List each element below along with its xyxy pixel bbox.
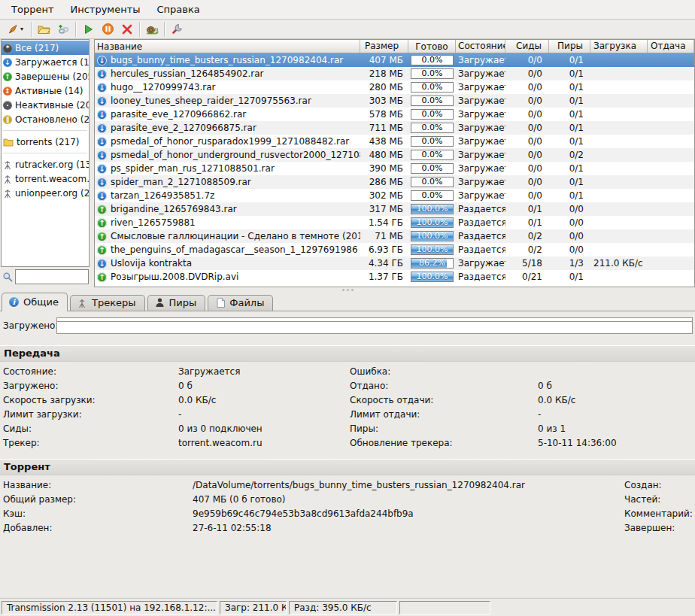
progress-bar: 0.0% [411,163,454,174]
remove-button[interactable] [117,20,137,38]
download-arrow-icon: ↓ [97,164,107,174]
torrent-state: Загружает [456,68,505,79]
detail-value: 0 из 0 подключен [178,422,350,436]
folder-icon [3,138,14,147]
torrent-name: hugo__1270999743.rar [111,82,216,93]
torrent-name-cell: ↓Uslovija kontrakta [95,258,360,269]
column-header-4[interactable]: Сиды [505,40,549,53]
sidebar-filter-5[interactable]: ∥Остановлено (27) [2,112,89,126]
torrent-state: Загружает [456,150,505,160]
tab-общие[interactable]: iОбщие [2,293,68,311]
column-header-1[interactable]: Размер [360,40,408,53]
sidebar-tracker-2[interactable]: unionpeer.org (2) [2,186,89,200]
add-link-button[interactable] [53,20,73,38]
progress-label: 0.0% [422,136,443,146]
settings-wrench-button[interactable] [167,20,187,38]
sidebar-folder-0[interactable]: torrents (217) [2,135,89,149]
torrent-name: brigandine_1265769843.rar [111,204,237,214]
download-arrow-icon: ↓ [97,69,107,79]
progress-label: 100.0% [417,204,448,214]
detail-label: Общий размер: [3,493,193,507]
torrent-row[interactable]: ↓bugs_bunny_time_busters_russian_1270982… [95,53,694,67]
tab-трекеры[interactable]: Трекеры [70,295,145,311]
torrent-size: 317 МБ [360,204,408,214]
torrent-peers: 0/2 [549,150,590,160]
open-folder-button[interactable] [34,20,53,38]
sidebar-tracker-1[interactable]: torrent.weacom.ru [2,171,89,186]
column-header-0[interactable]: Название [95,40,360,53]
column-header-7[interactable]: Отдача [648,40,694,53]
torrent-row[interactable]: ↑Розыгрыш.2008.DVDRip.avi1.37 ГБ100.0%Ра… [95,270,694,284]
torrent-row[interactable]: ↑Смысловые галлюцинации - Сделано в темн… [95,229,694,243]
tab-пиры[interactable]: Пиры [147,295,206,311]
torrent-row[interactable]: ↓psmedal_of_honor_rusparadox1999_1271088… [95,135,694,148]
detail-value: - [538,408,695,422]
start-button[interactable] [78,20,98,38]
torrent-row[interactable]: ↓parasite_eve_2_1270966875.rar711 МБ0.0%… [95,121,694,135]
torrent-seeds: 0/0 [505,136,549,147]
sidebar-filter-2[interactable]: ↑Завершены (205) [2,69,89,83]
remove-icon [121,23,133,35]
progress-bar: 0.0% [411,190,454,201]
filter-status-icon: · [3,101,12,110]
info-icon: i [9,297,19,307]
progress-bar: 0.0% [411,109,454,120]
seed-arrow-icon: ↑ [97,245,107,255]
sidebar-filter-4[interactable]: ·Неактивные (203) [2,98,89,112]
torrent-row[interactable]: ↓Uslovija kontrakta4.34 ГБ86.2%Загружает… [95,256,694,270]
torrent-row[interactable]: ↓tarzan_1264935851.7z302 МБ0.0%Загружает… [95,189,694,202]
column-header-2[interactable]: Готово [408,40,456,53]
detail-label: Комментарий: [624,507,695,521]
torrent-down-speed: 211.0 КБ/с [590,258,648,269]
torrent-row[interactable]: ↓looney_tunes_sheep_raider_1270975563.ra… [95,94,694,108]
torrent-row[interactable]: ↑brigandine_1265769843.rar317 МБ100.0%Ра… [95,202,694,216]
torrent-progress-cell: 0.0% [408,163,456,174]
column-header-5[interactable]: Пиры [549,40,590,53]
sidebar-filter-3[interactable]: ↕Активные (14) [2,83,89,98]
torrent-state: Загружает [456,136,505,147]
table-header: НазваниеРазмерГотовоСостояниеСидыПирыЗаг… [95,40,694,53]
tracker-icon [3,174,12,184]
alt-speed-snail-button[interactable] [142,20,162,38]
torrent-progress-cell: 0.0% [408,55,456,65]
search-input[interactable] [15,269,89,284]
torrent-name-cell: ↓parasite_eve_1270966862.rar [95,109,360,120]
torrent-row[interactable]: ↓parasite_eve_1270966862.rar578 МБ0.0%За… [95,108,694,121]
torrent-row[interactable]: ↓psmedal_of_honor_underground_rusvector2… [95,148,694,162]
detail-value: 0 б [178,379,350,393]
torrent-row[interactable]: ↓hugo__1270999743.rar280 МБ0.0%Загружает… [95,80,694,94]
torrent-row[interactable]: ↓spider_man_2_1271088509.rar286 МБ0.0%За… [95,175,694,189]
torrent-row[interactable]: ↑the_penguins_of_madagascar__season_1_12… [95,243,694,256]
torrent-state: Загружает [456,123,505,133]
torrent-row[interactable]: ↓hercules_russian_1264854902.rar218 МБ0.… [95,67,694,80]
tab-файлы[interactable]: Файлы [208,295,273,311]
torrent-size: 6.93 ГБ [360,244,408,255]
menu-item-1[interactable]: Инструменты [62,1,148,18]
open-folder-icon [38,23,50,35]
sidebar-tracker-2-label: unionpeer.org (2) [15,188,89,199]
tab-label: Общие [23,296,59,308]
sidebar-filter-1[interactable]: ↓Загружается (12) [2,55,89,69]
column-header-3[interactable]: Состояние [456,40,505,53]
torrent-peers: 0/1 [549,190,590,201]
sidebar-tracker-0[interactable]: rutracker.org (134) [2,157,89,171]
detail-label: Частей: [624,493,695,507]
progress-label: 0.0% [422,82,443,92]
details-tabs: iОбщиеТрекерыПирыФайлы [0,292,695,311]
torrent-row[interactable]: ↓ps_spider_man_rus_1271088501.rar390 МБ0… [95,162,694,175]
column-header-6[interactable]: Загрузка [590,40,648,53]
progress-bar: 0.0% [411,96,454,106]
add-link-icon [57,23,70,35]
add-torrent-button[interactable]: ▾ [2,20,29,38]
settings-wrench-icon [171,23,183,35]
transfer-row: Загружено:0 бОтдано:0 б [0,379,695,393]
menu-item-0[interactable]: Торрент [3,1,62,18]
sidebar-filter-0[interactable]: *Все (217) [2,41,89,55]
torrent-name-cell: ↑Смысловые галлюцинации - Сделано в темн… [95,231,360,241]
pause-button[interactable] [98,20,117,38]
files-icon [214,297,226,308]
menu-item-2[interactable]: Справка [149,1,208,18]
detail-value: 27-6-11 02:55:18 [193,521,624,536]
detail-label: Обновление трекера: [350,436,538,451]
torrent-row[interactable]: ↑riven_12657598811.54 ГБ100.0%Раздается0… [95,216,694,229]
